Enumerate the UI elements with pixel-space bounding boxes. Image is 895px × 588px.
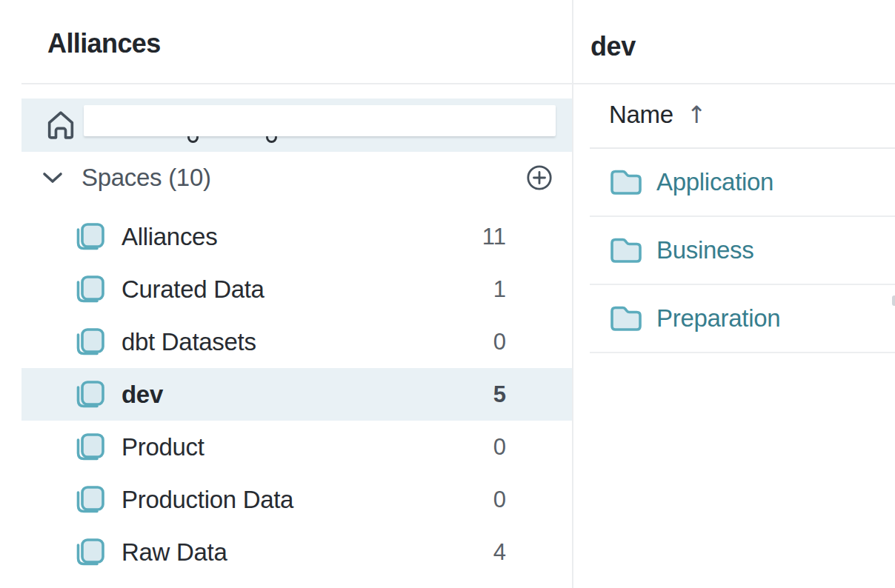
space-icon — [74, 432, 105, 463]
space-icon — [74, 274, 105, 305]
plus-circle-icon — [526, 164, 553, 191]
name-column-header[interactable]: Name ↑ — [609, 96, 707, 133]
spaces-section-label: Spaces (10) — [81, 164, 211, 192]
add-space-button[interactable] — [526, 164, 553, 191]
sort-ascending-icon: ↑ — [687, 103, 707, 127]
folder-link[interactable]: Business — [656, 236, 754, 264]
content-title: dev — [590, 31, 636, 62]
space-name: Product — [122, 433, 204, 461]
app-canvas: Alliances Spaces (10) Alliances 11 — [0, 0, 895, 588]
space-name: Alliances — [122, 223, 217, 251]
clipped-element-sliver — [892, 295, 895, 306]
space-dataset-count: 1 — [493, 276, 506, 303]
space-name: Production Data — [122, 486, 293, 514]
folder-row[interactable]: Preparation — [590, 285, 895, 353]
folder-icon — [609, 304, 643, 333]
space-dataset-count: 11 — [482, 224, 506, 250]
space-dataset-count: 0 — [493, 329, 506, 355]
space-name: dbt Datasets — [122, 328, 256, 356]
folder-icon — [609, 235, 643, 265]
space-dataset-count: 5 — [493, 381, 506, 408]
folder-icon — [609, 167, 643, 197]
page-title: Alliances — [47, 28, 161, 59]
space-icon — [74, 537, 105, 568]
space-dataset-count: 0 — [493, 487, 506, 513]
sidebar-space-item[interactable]: Production Data 0 — [21, 473, 572, 526]
space-icon — [74, 221, 105, 253]
column-label: Name — [609, 101, 673, 129]
home-row[interactable] — [21, 98, 572, 152]
space-dataset-count: 0 — [493, 434, 506, 461]
sidebar-space-item[interactable]: Product 0 — [21, 421, 572, 473]
folder-row[interactable]: Business — [590, 217, 895, 285]
space-icon — [74, 379, 105, 410]
panel-divider — [572, 0, 573, 588]
spaces-section-header[interactable]: Spaces (10) — [21, 159, 572, 196]
redacted-home-label — [84, 105, 556, 136]
folder-list: Application Business Preparation — [590, 149, 895, 353]
redacted-text-remnant — [266, 136, 277, 143]
chevron-down-icon — [42, 172, 63, 184]
folder-link[interactable]: Application — [656, 168, 773, 196]
header-divider — [21, 83, 895, 84]
folder-row[interactable]: Application — [590, 149, 895, 217]
spaces-list: Alliances 11 Curated Data 1 dbt Datasets… — [21, 210, 572, 578]
redacted-text-remnant — [187, 136, 199, 143]
space-icon — [74, 484, 105, 515]
space-icon — [74, 327, 105, 358]
space-name: Curated Data — [122, 275, 264, 304]
space-name: dev — [122, 381, 163, 409]
sidebar-space-item[interactable]: dev 5 — [21, 368, 572, 421]
sidebar-space-item[interactable]: dbt Datasets 0 — [21, 315, 572, 368]
folder-link[interactable]: Preparation — [656, 304, 780, 333]
sidebar-space-item[interactable]: Alliances 11 — [21, 210, 572, 263]
space-name: Raw Data — [122, 538, 227, 567]
space-dataset-count: 4 — [493, 539, 506, 566]
home-icon — [44, 106, 78, 144]
sidebar-space-item[interactable]: Raw Data 4 — [21, 526, 572, 578]
sidebar-space-item[interactable]: Curated Data 1 — [21, 263, 572, 315]
